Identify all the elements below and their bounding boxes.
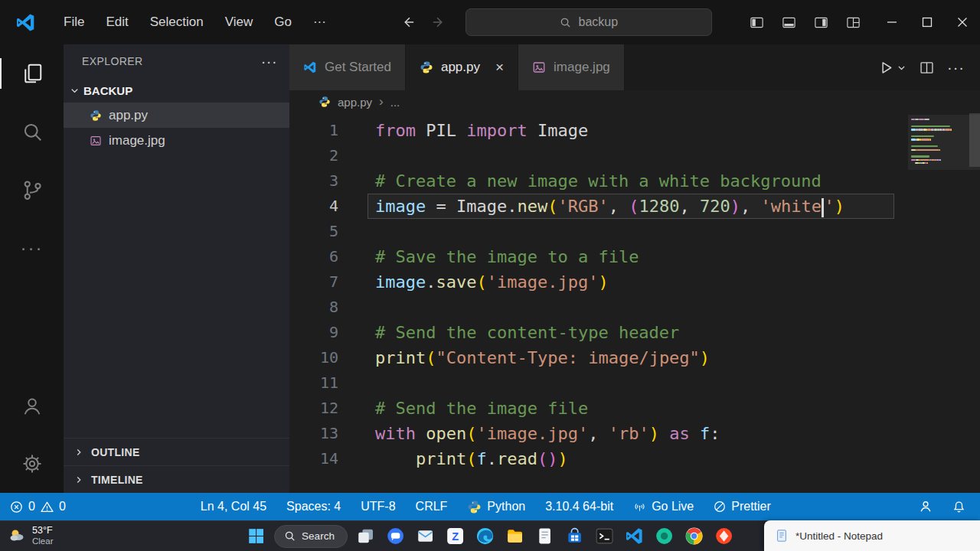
- eol-setting[interactable]: CRLF: [406, 493, 458, 520]
- taskbar-icon-pycharm[interactable]: [653, 525, 676, 548]
- start-button[interactable]: [244, 525, 267, 548]
- forward-arrow-icon[interactable]: [431, 15, 446, 30]
- code-line-12[interactable]: 12# Send the image file: [289, 396, 980, 421]
- command-center-search[interactable]: backup: [466, 8, 712, 36]
- code-line-2[interactable]: 2: [289, 143, 980, 168]
- line-number[interactable]: 10: [289, 345, 355, 370]
- taskbar-icon-edge[interactable]: [474, 525, 497, 548]
- code-line-1[interactable]: 1from PIL import Image: [289, 118, 980, 143]
- explorer-icon[interactable]: [0, 44, 64, 103]
- panel-label: TIMELINE: [91, 474, 143, 486]
- menu-selection[interactable]: Selection: [139, 9, 214, 35]
- taskbar-center: Search Z: [244, 521, 736, 551]
- tab-strip: Get Startedapp.py×image.jpg ···: [289, 44, 980, 90]
- taskbar-icon-zoom[interactable]: Z: [444, 525, 467, 548]
- code-line-7[interactable]: 7image.save('image.jpg'): [289, 269, 980, 295]
- taskbar-icon-task-view[interactable]: [354, 525, 377, 548]
- close-tab-icon[interactable]: ×: [495, 59, 504, 76]
- code-line-6[interactable]: 6# Save the image to a file: [289, 244, 980, 269]
- code-line-8[interactable]: 8: [289, 295, 980, 320]
- python-interpreter[interactable]: 3.10.4 64-bit: [535, 493, 623, 520]
- taskbar-icon-folder[interactable]: [504, 525, 527, 548]
- code-line-4[interactable]: 4image = Image.new('RGB', (1280, 720), '…: [289, 194, 980, 219]
- line-number[interactable]: 13: [289, 421, 355, 446]
- taskbar-search[interactable]: Search: [274, 525, 348, 548]
- folder-section-backup[interactable]: BACKUP: [64, 78, 289, 103]
- taskbar-icon-store[interactable]: [564, 525, 586, 548]
- run-python-button[interactable]: [878, 60, 906, 76]
- encoding-setting[interactable]: UTF-8: [351, 493, 405, 520]
- code-line-9[interactable]: 9# Send the content-type header: [289, 320, 980, 345]
- line-number[interactable]: 6: [289, 244, 355, 269]
- toggle-sidebar-icon[interactable]: [743, 8, 770, 36]
- line-number[interactable]: 3: [289, 168, 355, 194]
- source-control-icon[interactable]: [0, 161, 64, 219]
- indentation-setting[interactable]: Spaces: 4: [276, 493, 351, 520]
- line-number[interactable]: 1: [289, 118, 355, 143]
- line-number[interactable]: 9: [289, 320, 355, 345]
- code-text: [355, 370, 375, 396]
- taskbar-icon-mail[interactable]: [414, 525, 437, 548]
- feedback-button[interactable]: [909, 493, 942, 520]
- code-line-3[interactable]: 3# Create a new image with a white backg…: [289, 168, 980, 194]
- editor-more-actions-icon[interactable]: ···: [947, 59, 965, 77]
- notepad-window-peek[interactable]: *Untitled - Notepad: [764, 520, 980, 551]
- tab-get-started[interactable]: Get Started: [289, 44, 406, 90]
- explorer-more-icon[interactable]: ···: [261, 53, 277, 70]
- split-editor-icon[interactable]: [919, 60, 935, 76]
- line-number[interactable]: 12: [289, 396, 355, 421]
- account-icon[interactable]: [0, 377, 64, 435]
- line-number[interactable]: 14: [289, 446, 355, 471]
- menu-go[interactable]: Go: [263, 9, 302, 35]
- code-editor[interactable]: 1from PIL import Image23# Create a new i…: [289, 113, 980, 493]
- back-arrow-icon[interactable]: [401, 15, 416, 30]
- maximize-button[interactable]: [910, 0, 945, 44]
- close-button[interactable]: [945, 0, 980, 44]
- panel-outline[interactable]: OUTLINE: [64, 438, 289, 465]
- line-number[interactable]: 11: [289, 370, 355, 396]
- panel-timeline[interactable]: TIMELINE: [64, 465, 289, 493]
- taskbar-icon-brave[interactable]: [713, 525, 736, 548]
- breadcrumb[interactable]: app.py › ...: [289, 90, 980, 113]
- settings-gear-icon[interactable]: [0, 435, 64, 493]
- tab-image-jpg[interactable]: image.jpg: [518, 44, 625, 90]
- toggle-secondary-sidebar-icon[interactable]: [807, 8, 835, 36]
- language-mode[interactable]: Python: [457, 493, 535, 520]
- taskbar-icon-terminal[interactable]: [593, 525, 616, 548]
- code-line-14[interactable]: 14 print(f.read()): [289, 446, 980, 471]
- prettier-button[interactable]: Prettier: [704, 493, 781, 520]
- line-number[interactable]: 2: [289, 143, 355, 168]
- toggle-panel-icon[interactable]: [775, 8, 802, 36]
- editor-scrollbar[interactable]: [969, 113, 980, 167]
- line-number[interactable]: 4: [289, 194, 355, 219]
- code-line-10[interactable]: 10print("Content-Type: image/jpeg"): [289, 345, 980, 370]
- line-number[interactable]: 5: [289, 219, 355, 244]
- weather-widget[interactable]: 53°F Clear: [0, 526, 53, 546]
- line-number[interactable]: 8: [289, 295, 355, 320]
- customize-layout-icon[interactable]: [839, 8, 867, 36]
- taskbar-icon-chrome[interactable]: [683, 525, 706, 548]
- taskbar-icon-notes[interactable]: [534, 525, 557, 548]
- taskbar-icon-vscode[interactable]: [623, 525, 646, 548]
- code-line-5[interactable]: 5: [289, 219, 980, 244]
- minimize-button[interactable]: [874, 0, 910, 44]
- taskbar-icon-teams[interactable]: [384, 525, 407, 548]
- menu-file[interactable]: File: [53, 9, 95, 35]
- minimap[interactable]: [911, 118, 969, 165]
- file-item-app-py[interactable]: app.py: [64, 103, 289, 128]
- code-line-11[interactable]: 11: [289, 370, 980, 396]
- menu-more[interactable]: ···: [302, 9, 337, 35]
- menu-edit[interactable]: Edit: [95, 9, 139, 35]
- cursor-position[interactable]: Ln 4, Col 45: [191, 493, 276, 520]
- code-line-13[interactable]: 13with open('image.jpg', 'rb') as f:: [289, 421, 980, 446]
- notifications-button[interactable]: [942, 493, 975, 520]
- search-sidebar-icon[interactable]: [0, 103, 64, 161]
- go-live-button[interactable]: Go Live: [623, 493, 704, 520]
- problems-indicator[interactable]: 0 0: [0, 493, 76, 520]
- line-number[interactable]: 7: [289, 269, 355, 295]
- menu-view[interactable]: View: [214, 9, 264, 35]
- more-actions-icon[interactable]: ···: [0, 219, 64, 277]
- taskbar-app-icons: Z: [354, 525, 736, 548]
- tab-app-py[interactable]: app.py×: [406, 44, 518, 90]
- file-item-image-jpg[interactable]: image.jpg: [64, 128, 289, 153]
